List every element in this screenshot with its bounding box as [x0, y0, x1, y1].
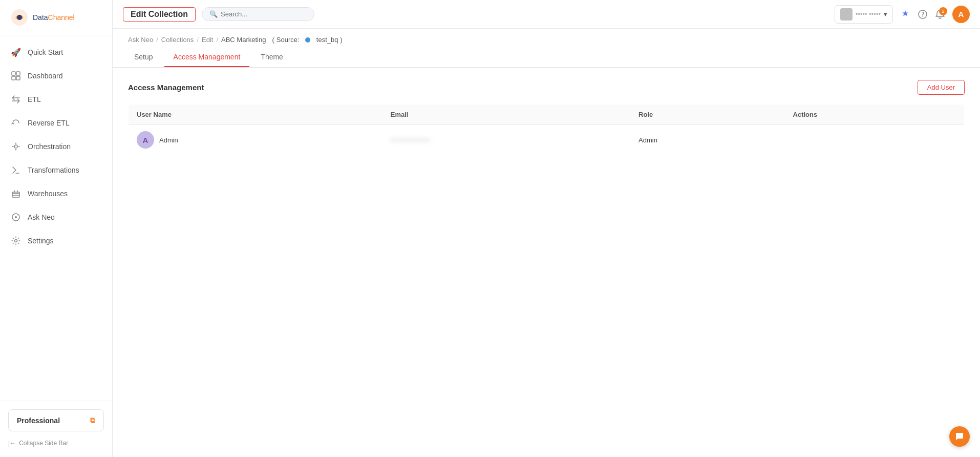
tab-access-management[interactable]: Access Management: [164, 49, 250, 67]
username-text: Admin: [159, 136, 178, 144]
svg-rect-5: [16, 76, 20, 80]
sidebar-item-dashboard[interactable]: Dashboard: [0, 64, 112, 88]
svg-point-10: [15, 240, 17, 242]
external-link-icon: ⧉: [90, 416, 95, 425]
sidebar-item-reverse-etl[interactable]: Reverse ETL: [0, 111, 112, 135]
edit-collection-title: Edit Collection: [123, 7, 196, 22]
svg-rect-2: [12, 72, 15, 75]
sidebar-item-etl[interactable]: ETL: [0, 88, 112, 111]
main-content: Edit Collection 🔍 ••••• ••••• ▾ 2 A: [113, 0, 980, 457]
svg-rect-3: [16, 72, 20, 75]
col-actions: Actions: [785, 105, 965, 125]
search-input[interactable]: [221, 10, 303, 18]
collapse-arrow-icon: |←: [8, 440, 16, 447]
email-text: ••••••••••••: [391, 136, 431, 144]
table-body: A Admin •••••••••••• Admin: [129, 125, 965, 155]
workspace-avatar: [840, 8, 853, 20]
user-avatar-table: A: [137, 131, 154, 149]
sidebar-label-reverse-etl: Reverse ETL: [28, 119, 70, 127]
chat-support-btn[interactable]: [949, 426, 970, 447]
cell-email: ••••••••••••: [382, 125, 630, 155]
topbar: Edit Collection 🔍 ••••• ••••• ▾ 2 A: [113, 0, 980, 29]
source-badge: (Source: test_bq): [272, 36, 342, 44]
table-header: User Name Email Role Actions: [129, 105, 965, 125]
access-management-section: Access Management Add User User Name Ema…: [113, 68, 980, 168]
cell-role: Admin: [630, 125, 784, 155]
workspace-chevron-icon: ▾: [884, 10, 887, 18]
orchestration-icon: [10, 141, 22, 152]
breadcrumb: Ask Neo / Collections / Edit / ABC Marke…: [113, 29, 980, 44]
etl-icon: [10, 94, 22, 105]
sidebar-label-orchestration: Orchestration: [28, 142, 71, 151]
breadcrumb-ask-neo[interactable]: Ask Neo: [128, 36, 153, 44]
sidebar-nav: 🚀 Quick Start Dashboard ETL Reverse ETL: [0, 35, 112, 401]
breadcrumb-collections[interactable]: Collections: [161, 36, 194, 44]
ask-neo-icon: [10, 212, 22, 223]
svg-point-9: [15, 216, 17, 218]
logo-text: DataChannel: [33, 13, 75, 22]
page-content: Ask Neo / Collections / Edit / ABC Marke…: [113, 29, 980, 457]
help-btn[interactable]: [918, 9, 928, 19]
sidebar-label-transformations: Transformations: [28, 166, 79, 174]
sidebar-item-settings[interactable]: Settings: [0, 229, 112, 253]
col-email: Email: [382, 105, 630, 125]
quick-start-icon: 🚀: [10, 47, 22, 58]
sidebar: DataChannel 🚀 Quick Start Dashboard ETL …: [0, 0, 113, 457]
page-inner: Ask Neo / Collections / Edit / ABC Marke…: [113, 29, 980, 457]
dashboard-icon: [10, 70, 22, 81]
sidebar-item-quick-start[interactable]: 🚀 Quick Start: [0, 40, 112, 64]
ai-assistant-btn[interactable]: [900, 9, 910, 19]
professional-plan[interactable]: Professional ⧉: [8, 409, 104, 431]
search-icon: 🔍: [209, 10, 218, 18]
add-user-button[interactable]: Add User: [918, 80, 965, 95]
tabs: Setup Access Management Theme: [113, 44, 980, 68]
breadcrumb-edit[interactable]: Edit: [202, 36, 213, 44]
workspace-name: ••••• •••••: [856, 10, 881, 18]
sidebar-label-dashboard: Dashboard: [28, 72, 63, 80]
section-header: Access Management Add User: [128, 80, 965, 95]
svg-point-1: [17, 15, 22, 20]
source-label: Source:: [276, 36, 300, 44]
logo-icon: [10, 8, 29, 27]
collapse-label: Collapse Side Bar: [19, 440, 68, 447]
notifications-btn[interactable]: 2: [935, 9, 945, 19]
topbar-left: Edit Collection 🔍: [123, 7, 314, 22]
svg-point-6: [14, 145, 17, 148]
settings-icon: [10, 235, 22, 246]
section-title: Access Management: [128, 83, 204, 92]
access-management-table: User Name Email Role Actions A Admin •••…: [128, 104, 965, 155]
sidebar-item-orchestration[interactable]: Orchestration: [0, 135, 112, 158]
logo: DataChannel: [0, 0, 112, 35]
table-row: A Admin •••••••••••• Admin: [129, 125, 965, 155]
notification-badge: 2: [939, 7, 947, 15]
workspace-selector[interactable]: ••••• ••••• ▾: [835, 5, 893, 24]
sidebar-item-ask-neo[interactable]: Ask Neo: [0, 205, 112, 229]
search-box[interactable]: 🔍: [202, 7, 314, 21]
col-role: Role: [630, 105, 784, 125]
professional-label: Professional: [17, 417, 60, 425]
cell-actions: [785, 125, 965, 155]
tab-theme[interactable]: Theme: [251, 49, 292, 67]
sidebar-label-warehouses: Warehouses: [28, 190, 68, 198]
warehouses-icon: [10, 188, 22, 199]
cell-username: A Admin: [129, 125, 382, 155]
sidebar-label-etl: ETL: [28, 95, 41, 103]
source-dot-icon: [305, 37, 310, 43]
breadcrumb-collection-name: ABC Marketing: [221, 36, 266, 44]
user-avatar[interactable]: A: [952, 6, 970, 23]
sidebar-item-warehouses[interactable]: Warehouses: [0, 182, 112, 205]
reverse-etl-icon: [10, 117, 22, 129]
sidebar-bottom: Professional ⧉ |← Collapse Side Bar: [0, 401, 112, 457]
svg-rect-4: [12, 76, 15, 80]
transformations-icon: [10, 164, 22, 176]
sidebar-label-settings: Settings: [28, 237, 54, 245]
source-name: test_bq: [316, 36, 338, 44]
topbar-right: ••••• ••••• ▾ 2 A: [835, 5, 970, 24]
col-username: User Name: [129, 105, 382, 125]
sidebar-label-ask-neo: Ask Neo: [28, 213, 55, 221]
collapse-sidebar-btn[interactable]: |← Collapse Side Bar: [8, 438, 104, 449]
sidebar-label-quick-start: Quick Start: [28, 48, 63, 56]
svg-rect-7: [12, 192, 19, 197]
tab-setup[interactable]: Setup: [125, 49, 162, 67]
sidebar-item-transformations[interactable]: Transformations: [0, 158, 112, 182]
